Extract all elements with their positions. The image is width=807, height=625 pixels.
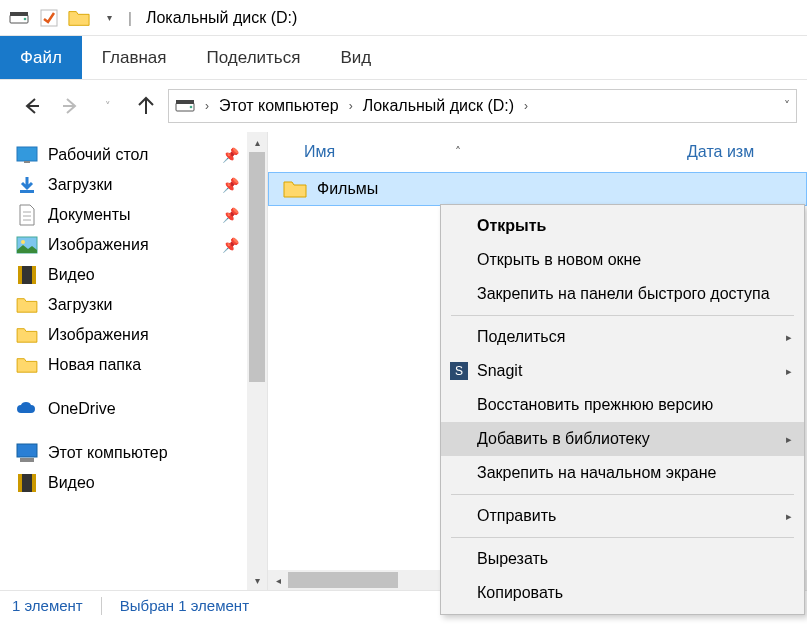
ctx-open[interactable]: Открыть	[441, 209, 804, 243]
svg-rect-1	[10, 12, 28, 16]
drive-icon	[175, 98, 195, 114]
ctx-label: Поделиться	[477, 328, 565, 346]
pictures-icon	[16, 234, 38, 256]
sort-indicator-icon: ˄	[455, 145, 461, 159]
status-item-count: 1 элемент	[12, 597, 83, 614]
nav-back-button[interactable]	[16, 90, 48, 122]
ctx-add-to-library[interactable]: Добавить в библиотеку▸	[441, 422, 804, 456]
scroll-up-icon[interactable]: ▴	[247, 132, 267, 152]
svg-rect-10	[17, 147, 37, 161]
ribbon-tab-home[interactable]: Главная	[82, 36, 187, 79]
ctx-label: Отправить	[477, 507, 556, 525]
tree-label: Видео	[48, 474, 239, 492]
qat-dropdown-icon[interactable]: ▾	[98, 9, 120, 27]
tree-label: Документы	[48, 206, 212, 224]
tree-item-video[interactable]: Видео	[16, 260, 263, 290]
svg-rect-3	[41, 10, 57, 26]
scroll-thumb[interactable]	[249, 152, 265, 382]
scroll-thumb[interactable]	[288, 572, 398, 588]
svg-rect-24	[18, 474, 22, 492]
ctx-label: Добавить в библиотеку	[477, 430, 650, 448]
svg-point-2	[24, 17, 27, 20]
desktop-icon	[16, 144, 38, 166]
nav-row: ˅ › Этот компьютер › Локальный диск (D:)…	[0, 80, 807, 132]
ctx-separator	[451, 315, 794, 316]
svg-rect-21	[17, 444, 37, 457]
title-bar: ▾ | Локальный диск (D:)	[0, 0, 807, 36]
breadcrumb-this-pc[interactable]: Этот компьютер	[219, 97, 339, 115]
tree-scrollbar[interactable]: ▴ ▾	[247, 132, 267, 590]
breadcrumb-drive[interactable]: Локальный диск (D:)	[363, 97, 514, 115]
qat-properties-icon[interactable]	[38, 9, 60, 27]
tree-item-pc-video[interactable]: Видео	[16, 468, 263, 498]
drive-icon	[8, 9, 30, 27]
nav-up-button[interactable]	[130, 90, 162, 122]
ribbon: Файл Главная Поделиться Вид	[0, 36, 807, 80]
ctx-separator	[451, 537, 794, 538]
ribbon-tab-file[interactable]: Файл	[0, 36, 82, 79]
svg-rect-22	[20, 458, 34, 462]
navigation-tree: Рабочий стол 📌 Загрузки 📌 Документы 📌 Из…	[0, 132, 268, 590]
nav-recent-dropdown[interactable]: ˅	[92, 90, 124, 122]
title-separator: |	[128, 9, 132, 26]
column-headers: Имя ˄ Дата изм	[268, 132, 807, 172]
tree-item-downloads[interactable]: Загрузки 📌	[16, 170, 263, 200]
context-menu: Открыть Открыть в новом окне Закрепить н…	[440, 204, 805, 615]
file-name: Фильмы	[317, 180, 378, 198]
address-bar[interactable]: › Этот компьютер › Локальный диск (D:) ›…	[168, 89, 797, 123]
svg-rect-8	[176, 100, 194, 104]
ctx-share[interactable]: Поделиться▸	[441, 320, 804, 354]
svg-rect-19	[18, 266, 22, 284]
window-title: Локальный диск (D:)	[140, 9, 297, 27]
tree-item-pictures[interactable]: Изображения 📌	[16, 230, 263, 260]
video-icon	[16, 472, 38, 494]
chevron-right-icon: ▸	[786, 331, 792, 344]
ctx-pin-start[interactable]: Закрепить на начальном экране	[441, 456, 804, 490]
tree-item-this-pc[interactable]: Этот компьютер	[16, 438, 263, 468]
ctx-label: Открыть в новом окне	[477, 251, 641, 269]
column-name[interactable]: Имя ˄	[304, 143, 687, 161]
tree-label: Новая папка	[48, 356, 239, 374]
download-icon	[16, 174, 38, 196]
chevron-right-icon: ▸	[786, 510, 792, 523]
tree-item-onedrive[interactable]: OneDrive	[16, 394, 263, 424]
chevron-right-icon[interactable]: ›	[520, 99, 532, 113]
nav-forward-button[interactable]	[54, 90, 86, 122]
column-date[interactable]: Дата изм	[687, 143, 807, 161]
tree-item-pictures-folder[interactable]: Изображения	[16, 320, 263, 350]
chevron-right-icon[interactable]: ›	[201, 99, 213, 113]
ctx-label: Закрепить на начальном экране	[477, 464, 716, 482]
ctx-open-new-window[interactable]: Открыть в новом окне	[441, 243, 804, 277]
tree-item-documents[interactable]: Документы 📌	[16, 200, 263, 230]
scroll-left-icon[interactable]: ◂	[268, 570, 288, 590]
ctx-label: Копировать	[477, 584, 563, 602]
document-icon	[16, 204, 38, 226]
ctx-label: Открыть	[477, 217, 546, 235]
ctx-restore-version[interactable]: Восстановить прежнюю версию	[441, 388, 804, 422]
pin-icon: 📌	[222, 147, 239, 163]
onedrive-icon	[16, 398, 38, 420]
tree-label: Видео	[48, 266, 239, 284]
ctx-cut[interactable]: Вырезать	[441, 542, 804, 576]
this-pc-icon	[16, 442, 38, 464]
chevron-right-icon: ▸	[786, 433, 792, 446]
tree-item-desktop[interactable]: Рабочий стол 📌	[16, 140, 263, 170]
scroll-down-icon[interactable]: ▾	[247, 570, 267, 590]
ctx-pin-quick-access[interactable]: Закрепить на панели быстрого доступа	[441, 277, 804, 311]
status-selected: Выбран 1 элемент	[120, 597, 249, 614]
address-dropdown-icon[interactable]: ˅	[784, 99, 790, 113]
tree-item-downloads-folder[interactable]: Загрузки	[16, 290, 263, 320]
svg-point-9	[190, 106, 193, 109]
chevron-right-icon[interactable]: ›	[345, 99, 357, 113]
status-separator	[101, 597, 102, 615]
tree-item-new-folder[interactable]: Новая папка	[16, 350, 263, 380]
pin-icon: 📌	[222, 237, 239, 253]
file-row[interactable]: Фильмы	[268, 172, 807, 206]
ribbon-tab-share[interactable]: Поделиться	[187, 36, 321, 79]
folder-icon	[68, 9, 90, 27]
ctx-copy[interactable]: Копировать	[441, 576, 804, 610]
ctx-send-to[interactable]: Отправить▸	[441, 499, 804, 533]
tree-label: Рабочий стол	[48, 146, 212, 164]
ctx-snagit[interactable]: S Snagit▸	[441, 354, 804, 388]
ribbon-tab-view[interactable]: Вид	[320, 36, 391, 79]
